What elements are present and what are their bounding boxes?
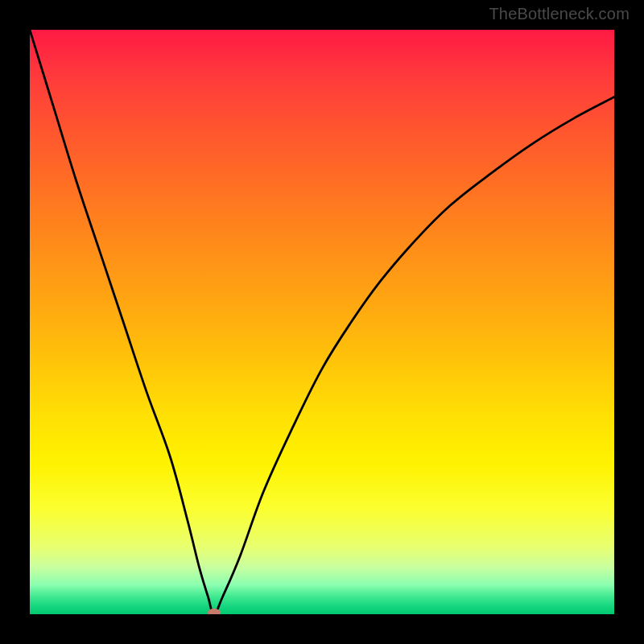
plot-area xyxy=(30,30,614,614)
optimal-marker xyxy=(208,609,221,614)
watermark-text: TheBottleneck.com xyxy=(489,5,630,23)
bottleneck-curve xyxy=(30,30,614,614)
chart-frame: TheBottleneck.com xyxy=(0,0,644,644)
